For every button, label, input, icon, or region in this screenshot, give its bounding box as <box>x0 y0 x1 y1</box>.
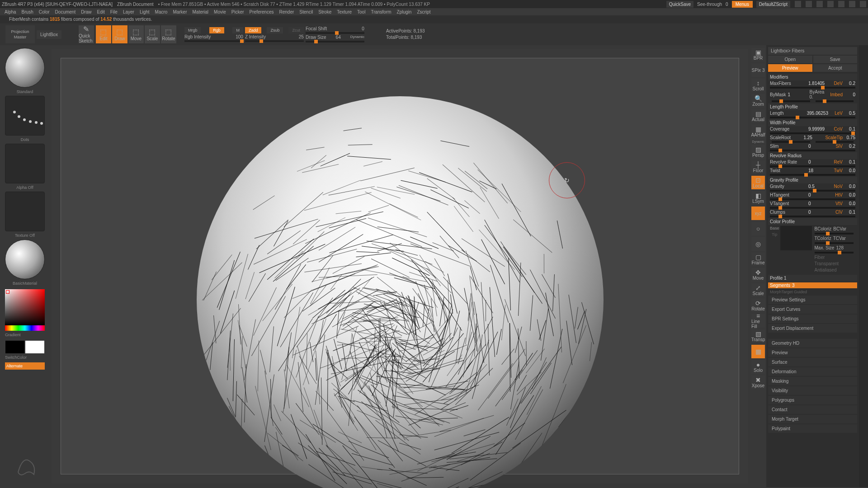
section-gravity-profile[interactable]: Gravity Profile <box>768 177 857 183</box>
segments-label[interactable]: Segments <box>770 283 790 288</box>
right-edge[interactable] <box>859 45 868 487</box>
preview-button[interactable]: Preview <box>768 64 812 72</box>
shelf-floor[interactable]: ┼Floor <box>751 160 765 174</box>
tool-polygroups[interactable]: Polygroups <box>768 396 857 404</box>
focal-shift-value[interactable]: 0 <box>362 26 364 31</box>
lightbox-button[interactable]: LightBox <box>37 30 61 39</box>
seethrough-value[interactable]: 0 <box>726 2 728 7</box>
menu-render[interactable]: Render <box>278 9 296 14</box>
alpha-thumbnail[interactable] <box>5 144 45 183</box>
menu-document[interactable]: Document <box>53 9 78 14</box>
export-curves-button[interactable]: Export Curves <box>768 305 857 314</box>
section-revolve-radius[interactable]: Revolve Radius <box>768 152 857 159</box>
minimize-icon[interactable] <box>838 1 844 7</box>
section-width-profile[interactable]: Width Profile <box>768 119 857 126</box>
menu-transform[interactable]: Transform <box>369 9 393 14</box>
z-intensity-slider[interactable] <box>245 40 304 42</box>
win-icon-2[interactable] <box>806 1 812 7</box>
alternate-button[interactable]: Alternate <box>5 362 45 370</box>
slider-clumps[interactable] <box>770 216 855 217</box>
slider-maxfibers[interactable] <box>770 87 855 89</box>
shelf-bpr[interactable]: ▣BPR <box>751 48 765 61</box>
menu-stroke[interactable]: Stroke <box>316 9 333 14</box>
slider-scaleroot[interactable] <box>816 141 854 143</box>
slider-slim[interactable] <box>770 150 855 151</box>
shelf-persp[interactable]: ▨Persp <box>751 145 765 159</box>
tool-polypaint[interactable]: Polypaint <box>768 424 857 433</box>
draw-mode-button[interactable]: ⬚Draw <box>112 25 127 43</box>
menu-texture[interactable]: Texture <box>335 9 354 14</box>
modifiers-section[interactable]: Modifiers <box>768 74 857 80</box>
maximize-icon[interactable] <box>849 1 855 7</box>
hue-slider[interactable] <box>5 325 45 331</box>
swatch-white[interactable] <box>25 341 44 353</box>
tool-contact[interactable]: Contact <box>768 405 857 414</box>
slider-bymask[interactable] <box>816 100 854 102</box>
z-intensity-value[interactable]: 25 <box>299 34 304 39</box>
menu-edit[interactable]: Edit <box>95 9 107 14</box>
shelf-icon[interactable]: ◎ <box>751 237 765 251</box>
brush-thumbnail[interactable] <box>5 48 45 88</box>
slider-coverage[interactable] <box>770 132 855 134</box>
section-length-profile[interactable]: Length Profile <box>768 103 857 110</box>
zadd-button[interactable]: Zadd <box>245 27 262 33</box>
defaultscript-button[interactable]: DefaultZScript <box>756 1 790 8</box>
tool-surface[interactable]: Surface <box>768 358 857 366</box>
zcut-button[interactable]: Zcut <box>288 27 304 33</box>
projection-master-button[interactable]: Projection Master <box>5 25 35 43</box>
shelf-icon[interactable]: ▦ <box>751 345 765 358</box>
save-button[interactable]: Save <box>813 56 858 63</box>
base-color-swatch[interactable] <box>780 226 812 250</box>
tip-label[interactable]: Tip <box>770 232 779 237</box>
param-length[interactable]: Length395.06253LeV0.5 <box>768 110 857 116</box>
slider-revolve rate[interactable] <box>770 165 855 167</box>
tool-masking[interactable]: Masking <box>768 377 857 385</box>
menu-brush[interactable]: Brush <box>20 9 35 14</box>
shelf-aahalf[interactable]: ▦AAHalf <box>751 125 765 138</box>
slider-bymask[interactable] <box>772 100 810 102</box>
preview-settings-button[interactable]: Preview Settings <box>768 296 857 304</box>
shelf-xyz[interactable]: xyz <box>751 206 765 220</box>
menu-draw[interactable]: Draw <box>79 9 93 14</box>
menu-file[interactable]: File <box>108 9 119 14</box>
move-mode-button[interactable]: ⬚Move <box>128 25 144 43</box>
menu-tool[interactable]: Tool <box>355 9 367 14</box>
rgb-intensity-value[interactable]: 100 <box>236 34 243 39</box>
slider-gravity[interactable] <box>770 190 855 192</box>
edit-mode-button[interactable]: ⬚Edit <box>96 25 111 43</box>
swatch-black[interactable] <box>5 341 24 353</box>
menu-picker[interactable]: Picker <box>230 9 246 14</box>
param-coverage[interactable]: Coverage9.99999CoV0.1 <box>768 126 857 132</box>
zsub-button[interactable]: Zsub <box>267 27 283 33</box>
tool-geometry-hd[interactable]: Geometry HD <box>768 339 857 347</box>
menu-alpha[interactable]: Alpha <box>3 9 18 14</box>
section-color-profile[interactable]: Color Profile <box>768 218 857 225</box>
draw-size-value[interactable]: 64 <box>336 35 341 40</box>
win-icon-3[interactable] <box>816 1 823 7</box>
stroke-thumbnail[interactable] <box>5 96 45 136</box>
slider-vtangent[interactable] <box>770 207 855 209</box>
menu-movie[interactable]: Movie <box>212 9 228 14</box>
accept-button[interactable]: Accept <box>813 64 858 72</box>
bpr-settings-button[interactable]: BPR Settings <box>768 314 857 323</box>
tool-visibility[interactable]: Visibility <box>768 386 857 395</box>
shelf-local[interactable]: ⊡Local <box>751 176 765 189</box>
shelf-move[interactable]: ✥Move <box>751 268 765 282</box>
menu-material[interactable]: Material <box>191 9 211 14</box>
win-icon-1[interactable] <box>795 1 801 7</box>
draw-size-slider[interactable] <box>306 41 364 42</box>
shelf-zoom[interactable]: 🔍Zoom <box>751 94 765 108</box>
tool-deformation[interactable]: Deformation <box>768 367 857 376</box>
m-button[interactable]: M <box>232 27 243 33</box>
shelf-actual[interactable]: ▤Actual <box>751 109 765 123</box>
shelf-icon[interactable]: ○ <box>751 222 765 235</box>
shelf-line-fill[interactable]: ≡Line Fill <box>751 314 765 328</box>
quicksave-button[interactable]: QuickSave <box>666 1 693 8</box>
param-maxfibers[interactable]: MaxFibers1.81405DeV0.2 <box>768 80 857 86</box>
gradient-label[interactable]: Gradient <box>5 333 45 337</box>
export-displacement-button[interactable]: Export Displacement <box>768 324 857 333</box>
shelf-spix-3[interactable]: SPix 3 <box>751 63 765 77</box>
close-icon[interactable] <box>860 1 866 7</box>
scale-mode-button[interactable]: ⬚Scale <box>145 25 160 43</box>
focal-shift-slider[interactable] <box>306 32 364 34</box>
